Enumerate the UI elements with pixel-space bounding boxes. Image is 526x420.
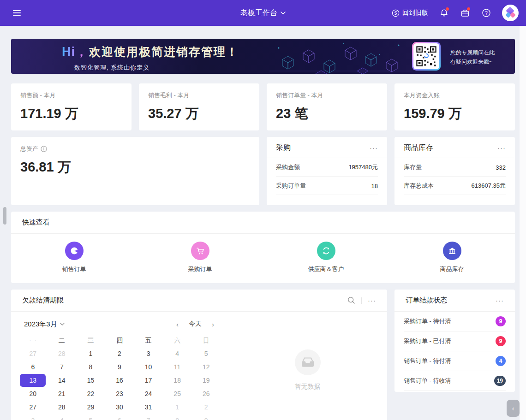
quick-item-suppliers-customers[interactable]: 供应商＆客户 bbox=[263, 242, 389, 273]
today-button[interactable]: 今天 bbox=[189, 320, 202, 328]
calendar: 2023年3月 ‹ 今天 › 一二三四五六日272812345678910111… bbox=[11, 312, 228, 420]
calendar-day[interactable]: 29 bbox=[76, 400, 105, 414]
chevron-down-icon bbox=[60, 323, 65, 325]
calendar-day[interactable]: 26 bbox=[191, 387, 221, 400]
left-scrollbar-thumb[interactable] bbox=[3, 207, 6, 225]
stat-cards-row: 销售额 - 本月 171.19 万 销售毛利 - 本月 35.27 万 销售订单… bbox=[11, 83, 515, 130]
purchase-amount-row: 采购金额 1957480元 bbox=[276, 158, 378, 177]
status-row-sales-unpaid[interactable]: 销售订单 - 待付清 4 bbox=[404, 351, 506, 371]
calendar-day[interactable]: 15 bbox=[76, 373, 105, 387]
calendar-day[interactable]: 25 bbox=[163, 387, 192, 400]
banner-subtitle: 数智化管理, 系统由你定义 bbox=[74, 64, 239, 72]
banner-greeting: Hi， bbox=[62, 45, 89, 59]
more-icon[interactable]: ··· bbox=[370, 144, 378, 151]
qr-code[interactable] bbox=[412, 42, 441, 71]
right-scrollbar-track[interactable] bbox=[520, 26, 526, 420]
calendar-day[interactable]: 6 bbox=[18, 360, 48, 373]
divider bbox=[361, 297, 362, 304]
quick-item-inventory[interactable]: 商品库存 bbox=[389, 242, 515, 273]
back-to-old-version-button[interactable]: 回到旧版 bbox=[392, 9, 428, 17]
calendar-day[interactable]: 31 bbox=[134, 400, 163, 414]
help-button[interactable]: ? bbox=[481, 7, 492, 18]
calendar-day[interactable]: 7 bbox=[134, 414, 163, 420]
status-badge: 19 bbox=[494, 376, 506, 386]
banner-title: Hi，欢迎使用极简进销存管理！ bbox=[62, 43, 239, 60]
search-icon[interactable] bbox=[347, 296, 355, 304]
calendar-day[interactable]: 9 bbox=[191, 414, 221, 420]
calendar-day[interactable]: 3 bbox=[18, 414, 48, 420]
chevron-down-icon bbox=[281, 12, 286, 15]
calendar-grid: 一二三四五六日272812345678910111213141516171819… bbox=[18, 335, 221, 420]
debt-deadline-card: 欠款结清期限 ··· 2023年3月 bbox=[11, 290, 387, 420]
calendar-day-header: 六 bbox=[163, 335, 192, 347]
calendar-day[interactable]: 28 bbox=[48, 400, 77, 414]
user-avatar[interactable] bbox=[502, 5, 519, 21]
calendar-day[interactable]: 27 bbox=[18, 347, 48, 360]
next-month-button[interactable]: › bbox=[212, 320, 214, 328]
calendar-day[interactable]: 16 bbox=[105, 373, 134, 387]
quick-item-purchase-orders[interactable]: 采购订单 bbox=[137, 242, 263, 273]
calendar-day[interactable]: 9 bbox=[105, 360, 134, 373]
calendar-day[interactable]: 1 bbox=[76, 347, 105, 360]
bank-icon bbox=[448, 246, 457, 255]
empty-text: 暂无数据 bbox=[295, 383, 321, 391]
calendar-day[interactable]: 20 bbox=[18, 387, 48, 400]
calendar-day[interactable]: 30 bbox=[105, 400, 134, 414]
calendar-day[interactable]: 7 bbox=[48, 360, 77, 373]
calendar-day[interactable]: 14 bbox=[48, 373, 77, 387]
empty-inbox-icon bbox=[301, 357, 315, 368]
more-icon[interactable]: ··· bbox=[368, 297, 376, 304]
calendar-day[interactable]: 12 bbox=[191, 360, 221, 373]
calendar-day[interactable]: 5 bbox=[76, 414, 105, 420]
calendar-day[interactable]: 3 bbox=[134, 347, 163, 360]
calendar-day[interactable]: 17 bbox=[134, 373, 163, 387]
calendar-day-selected[interactable]: 13 bbox=[18, 373, 48, 387]
calendar-day-header: 日 bbox=[191, 335, 221, 347]
calendar-day[interactable]: 21 bbox=[48, 387, 77, 400]
calendar-day[interactable]: 2 bbox=[191, 400, 221, 414]
calendar-day[interactable]: 11 bbox=[163, 360, 192, 373]
inventory-card: 商品库存 ··· 库存量 332 库存总成本 613607.35元 bbox=[394, 137, 515, 205]
purchase-card: 采购 ··· 采购金额 1957480元 采购订单量 18 bbox=[267, 137, 387, 205]
calendar-day[interactable]: 24 bbox=[134, 387, 163, 400]
calendar-day[interactable]: 8 bbox=[163, 414, 192, 420]
quick-item-sales-orders[interactable]: 销售订单 bbox=[11, 242, 137, 273]
calendar-day-header: 三 bbox=[76, 335, 105, 347]
calendar-day[interactable]: 23 bbox=[105, 387, 134, 400]
more-icon[interactable]: ··· bbox=[496, 297, 504, 304]
briefcase-button[interactable] bbox=[460, 7, 471, 18]
more-icon[interactable]: ··· bbox=[497, 144, 506, 151]
calendar-day[interactable]: 28 bbox=[48, 347, 77, 360]
purchase-order-count-row: 采购订单量 18 bbox=[276, 177, 378, 195]
calendar-day[interactable]: 10 bbox=[134, 360, 163, 373]
status-row-sales-unreceived[interactable]: 销售订单 - 待收清 19 bbox=[404, 371, 506, 391]
prev-month-button[interactable]: ‹ bbox=[176, 320, 179, 328]
month-selector[interactable]: 2023年3月 bbox=[24, 320, 65, 329]
stat-card-order-count: 销售订单量 - 本月 23 笔 bbox=[267, 83, 387, 130]
status-row-purchase-unpaid[interactable]: 采购订单 - 待付清 9 bbox=[404, 312, 506, 331]
calendar-day-header: 五 bbox=[134, 335, 163, 347]
calendar-day[interactable]: 6 bbox=[105, 414, 134, 420]
calendar-day[interactable]: 18 bbox=[163, 373, 192, 387]
order-status-card: 订单结款状态 ··· 采购订单 - 待付清 9 采购订单 - 已付清 9 销售订… bbox=[394, 290, 515, 392]
collapse-panel-handle[interactable]: ‹ bbox=[507, 400, 520, 417]
svg-text:?: ? bbox=[485, 11, 488, 16]
pie-chart-icon bbox=[70, 246, 79, 255]
calendar-day[interactable]: 22 bbox=[76, 387, 105, 400]
calendar-day[interactable]: 1 bbox=[163, 400, 192, 414]
calendar-day[interactable]: 4 bbox=[48, 414, 77, 420]
info-icon[interactable] bbox=[41, 146, 47, 152]
status-row-purchase-paid[interactable]: 采购订单 - 已付清 9 bbox=[404, 331, 506, 351]
calendar-day[interactable]: 19 bbox=[191, 373, 221, 387]
calendar-day[interactable]: 2 bbox=[105, 347, 134, 360]
status-badge: 9 bbox=[496, 336, 506, 346]
workspace-switcher[interactable]: 老板工作台 bbox=[240, 8, 286, 18]
calendar-day[interactable]: 4 bbox=[163, 347, 192, 360]
calendar-day[interactable]: 8 bbox=[76, 360, 105, 373]
debt-card-title: 欠款结清期限 bbox=[22, 296, 64, 305]
quick-view-card: 快速查看 销售订单 采购订单 bbox=[11, 212, 515, 283]
calendar-day[interactable]: 5 bbox=[191, 347, 221, 360]
calendar-day[interactable]: 27 bbox=[18, 400, 48, 414]
menu-icon[interactable] bbox=[13, 7, 24, 18]
notifications-button[interactable] bbox=[438, 7, 449, 18]
